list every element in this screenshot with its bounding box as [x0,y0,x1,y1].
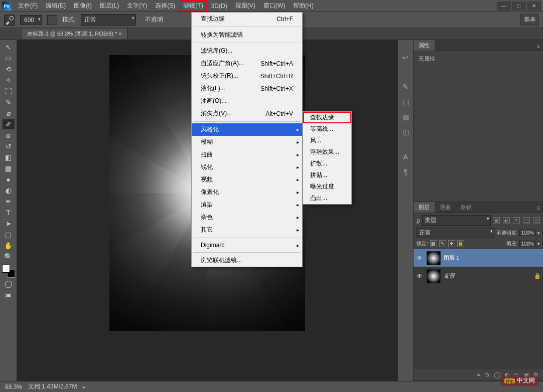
visibility-icon[interactable]: 👁 [416,255,424,262]
filter-convert-smart[interactable]: 转换为智能滤镜 [192,29,302,41]
window-maximize[interactable]: □ [512,2,526,11]
history-brush-tool[interactable]: ↺ [3,141,15,151]
paths-tab[interactable]: 路径 [456,202,477,213]
filter-pixelate[interactable]: 像素化 [192,186,302,199]
stylize-tiles[interactable]: 拼贴... [303,169,351,181]
type-tool[interactable]: T [3,208,15,218]
filter-vanishing-point[interactable]: 消失点(V)...Alt+Ctrl+V [192,107,302,120]
move-tool[interactable]: ↖ [3,42,15,52]
window-close[interactable]: ✕ [527,2,541,11]
zoom-tool[interactable]: 🔍 [3,252,15,262]
stylize-extrude[interactable]: 凸出... [303,192,351,204]
filter-pixel-icon[interactable]: ▦ [493,217,500,224]
channels-tab[interactable]: 通道 [435,202,456,213]
history-icon[interactable]: ↩ [400,52,411,63]
filter-browse-online[interactable]: 浏览联机滤镜... [192,254,302,267]
lock-transparency-icon[interactable]: ▦ [430,240,437,247]
filter-video[interactable]: 视频 [192,173,302,186]
lock-all-icon[interactable]: 🔒 [457,240,464,247]
hand-tool[interactable]: ✋ [3,241,15,251]
menu-layer[interactable]: 图层(L) [96,0,123,12]
document-tab[interactable]: 未标题-1 @ 68.3% (图层 1, RGB/8) * × [22,29,127,39]
filter-adaptive-wide-angle[interactable]: 自适应广角(A)...Shift+Ctrl+A [192,57,302,70]
styles-icon[interactable]: ▦ [400,111,411,122]
filter-blur[interactable]: 模糊 [192,136,302,148]
layer-row[interactable]: 👁 图层 1 [414,249,543,267]
menu-view[interactable]: 视图(V) [231,0,259,12]
filter-smart-icon[interactable]: ◫ [533,217,540,224]
healing-tool[interactable]: ⌀ [3,108,15,118]
magic-wand-tool[interactable]: ✧ [3,75,15,85]
filter-oil-paint[interactable]: 油画(O)... [192,95,302,107]
pen-tool[interactable]: ✒ [3,197,15,207]
panel-menu-icon[interactable]: ≡ [533,42,543,51]
layer-fx-icon[interactable]: fx [485,371,490,378]
eyedropper-tool[interactable]: ✎ [3,97,15,107]
stamp-tool[interactable]: ⧇ [3,130,15,140]
gradient-tool[interactable]: ▦ [3,163,15,173]
menu-select[interactable]: 选择(S) [151,0,179,12]
layers-panel-menu-icon[interactable]: ≡ [533,204,543,213]
brush-tool[interactable]: ✐ [3,119,15,129]
layer-thumbnail[interactable] [427,251,441,265]
zoom-level[interactable]: 68.3% [5,383,22,390]
crop-tool[interactable]: ⛶ [3,86,15,96]
tool-preset-picker[interactable] [4,15,15,26]
status-doc-info[interactable]: 文档:1.43M/2.87M [28,382,77,391]
menu-window[interactable]: 窗口(W) [259,0,289,12]
stylize-contour[interactable]: 等高线... [303,123,351,135]
filter-gallery[interactable]: 滤镜库(G)... [192,45,302,57]
eraser-tool[interactable]: ◧ [3,152,15,162]
brushes-icon[interactable]: ✎ [400,81,411,92]
filter-shape-icon[interactable]: ▢ [523,217,530,224]
filter-lens-correction[interactable]: 镜头校正(R)...Shift+Ctrl+R [192,70,302,82]
workspace-button[interactable]: 基本 [520,14,539,26]
filter-stylize[interactable]: 风格化 [192,123,302,136]
window-minimize[interactable]: — [497,2,511,11]
blend-mode-select[interactable]: 正常 [81,14,136,26]
filter-render[interactable]: 渲染 [192,199,302,211]
visibility-icon[interactable]: 👁 [416,273,424,280]
layer-thumbnail[interactable] [427,269,441,283]
character-icon[interactable]: A [400,151,411,162]
filter-adjust-icon[interactable]: ◐ [503,217,510,224]
menu-type[interactable]: 文字(Y) [123,0,151,12]
filter-noise[interactable]: 杂色 [192,211,302,224]
filter-distort[interactable]: 扭曲 [192,148,302,161]
menu-3d[interactable]: 3D(D) [207,1,231,11]
brush-panel-toggle[interactable] [47,15,57,25]
menu-image[interactable]: 图像(I) [70,0,95,12]
marquee-tool[interactable]: ▭ [3,53,15,63]
menu-help[interactable]: 帮助(H) [289,0,318,12]
dodge-tool[interactable]: ◐ [3,185,15,195]
properties-tab[interactable]: 属性 [414,40,435,51]
layer-name[interactable]: 背景 [444,272,531,280]
lock-pixels-icon[interactable]: ✎ [439,240,446,247]
paragraph-icon[interactable]: ¶ [400,166,411,177]
menu-file[interactable]: 文件(F) [14,0,42,12]
stylize-wind[interactable]: 风... [303,135,351,146]
stylize-diffuse[interactable]: 扩散... [303,158,351,169]
lasso-tool[interactable]: ⟲ [3,64,15,74]
filter-digimarc[interactable]: Digimarc [192,240,302,251]
brush-size-selector[interactable]: 600 [20,15,42,25]
swatches-icon[interactable]: ▤ [400,96,411,107]
stylize-find-edges[interactable]: 查找边缘 [303,112,351,123]
color-swatch[interactable] [2,265,15,278]
quick-mask-toggle[interactable]: ◯ [3,279,15,289]
layer-mask-icon[interactable]: ◯ [494,371,500,378]
rectangle-tool[interactable]: ▢ [3,230,15,240]
filter-last[interactable]: 查找边缘Ctrl+F [192,13,302,25]
layers-tab[interactable]: 图层 [414,202,435,213]
layer-filter-type[interactable]: 类型 [422,215,491,226]
path-selection-tool[interactable]: ➤ [3,219,15,229]
menu-filter[interactable]: 滤镜(T) [179,0,207,12]
lock-position-icon[interactable]: ✥ [448,240,455,247]
blur-tool[interactable]: ● [3,174,15,184]
layer-blend-mode[interactable]: 正常 [417,228,494,238]
filter-sharpen[interactable]: 锐化 [192,161,302,173]
stylize-solarize[interactable]: 曝光过度 [303,181,351,192]
menu-edit[interactable]: 编辑(E) [42,0,70,12]
filter-other[interactable]: 其它 [192,224,302,236]
stylize-emboss[interactable]: 浮雕效果... [303,146,351,158]
